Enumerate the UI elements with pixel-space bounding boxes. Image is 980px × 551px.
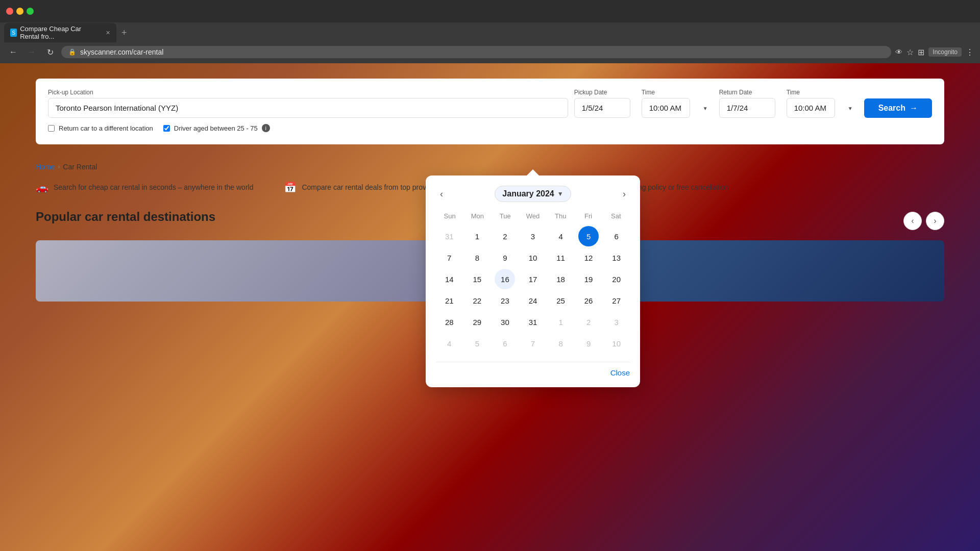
calendar-cell-1-0[interactable]: 7	[439, 247, 459, 268]
calendar-cell-2-2[interactable]: 16	[495, 269, 515, 289]
calendar-grid: 3112345678910111213141516171819202122232…	[436, 226, 630, 354]
calendar-cell-2-1[interactable]: 15	[467, 269, 487, 289]
day-header-wed: Wed	[519, 210, 547, 222]
breadcrumb-separator: ›	[58, 163, 60, 170]
calendar-cell-4-5: 2	[578, 312, 599, 332]
return-different-text: Return car to a different location	[59, 124, 153, 132]
search-arrow-icon: →	[910, 104, 918, 113]
return-different-label[interactable]: Return car to a different location	[48, 124, 153, 132]
calendar-cell-0-3[interactable]: 3	[523, 226, 543, 246]
calendar-cell-3-1[interactable]: 22	[467, 290, 487, 311]
url-text: skyscanner.com/car-rental	[80, 48, 163, 56]
day-header-tue: Tue	[492, 210, 519, 222]
driver-age-checkbox[interactable]	[163, 125, 170, 132]
pickup-date-label: Pickup Date	[574, 89, 635, 96]
calendar-cell-2-4[interactable]: 18	[551, 269, 571, 289]
return-different-checkbox[interactable]	[48, 125, 55, 132]
calendar-cell-3-3[interactable]: 24	[523, 290, 543, 311]
address-bar[interactable]: 🔒 skyscanner.com/car-rental	[61, 46, 891, 58]
driver-age-label[interactable]: Driver aged between 25 - 75 i	[163, 124, 270, 132]
minimize-window-button[interactable]	[16, 8, 23, 15]
search-form: Pick-up Location Pickup Date Time 10:00 …	[36, 79, 944, 144]
tab-bar: S Compare Cheap Car Rental fro... ✕ +	[0, 22, 980, 41]
calendar-cell-1-1[interactable]: 8	[467, 247, 487, 268]
calendar-cell-4-4: 1	[551, 312, 571, 332]
destination-card-1[interactable]	[36, 240, 486, 302]
calendar-cell-2-0[interactable]: 14	[439, 269, 459, 289]
calendar-cell-2-3[interactable]: 17	[523, 269, 543, 289]
maximize-window-button[interactable]	[27, 8, 34, 15]
calendar-overlay: ‹ January 2024 ▼ › Sun Mon Tue Wed Thu F…	[426, 176, 640, 387]
calendar-cell-1-5[interactable]: 12	[578, 247, 599, 268]
bookmark-icon[interactable]: ☆	[906, 47, 914, 57]
calendar-cell-4-2[interactable]: 30	[495, 312, 515, 332]
day-header-mon: Mon	[463, 210, 491, 222]
pickup-location-input[interactable]	[48, 98, 568, 118]
calendar-cell-5-4: 8	[551, 333, 571, 354]
destinations-next-button[interactable]: ›	[926, 212, 944, 230]
active-tab[interactable]: S Compare Cheap Car Rental fro... ✕	[4, 23, 116, 42]
new-tab-button[interactable]: +	[118, 28, 130, 38]
calendar-cell-0-2[interactable]: 2	[495, 226, 515, 246]
return-date-group: Return Date	[719, 89, 780, 118]
close-window-button[interactable]	[6, 8, 13, 15]
return-time-group: Time 10:00 AM 11:00 AM	[787, 89, 858, 118]
calendar-triangle	[527, 169, 539, 176]
search-form-container: Pick-up Location Pickup Date Time 10:00 …	[0, 63, 980, 155]
menu-icon[interactable]: ⋮	[966, 47, 974, 57]
destinations-nav: ‹ ›	[903, 212, 944, 230]
calendar-cell-4-0[interactable]: 28	[439, 312, 459, 332]
calendar-cell-5-1: 5	[467, 333, 487, 354]
calendar-next-button[interactable]: ›	[619, 187, 630, 202]
calendar-cell-1-4[interactable]: 11	[551, 247, 571, 268]
day-header-sat: Sat	[602, 210, 630, 222]
pickup-date-input[interactable]	[574, 98, 630, 118]
hide-icon[interactable]: 👁	[895, 48, 902, 56]
calendar-cell-0-1[interactable]: 1	[467, 226, 487, 246]
calendar-cell-1-2[interactable]: 9	[495, 247, 515, 268]
driver-age-info-icon[interactable]: i	[262, 124, 270, 132]
calendar-cell-0-0: 31	[439, 226, 459, 246]
month-selector[interactable]: January 2024 ▼	[495, 186, 571, 202]
calendar-cell-5-3: 7	[523, 333, 543, 354]
calendar-cell-2-6[interactable]: 20	[606, 269, 627, 289]
calendar-cell-4-3[interactable]: 31	[523, 312, 543, 332]
window-controls	[6, 8, 34, 15]
return-date-input[interactable]	[719, 98, 775, 118]
calendar-cell-3-0[interactable]: 21	[439, 290, 459, 311]
calendar-cell-1-6[interactable]: 13	[606, 247, 627, 268]
calendar-cell-5-6: 10	[606, 333, 627, 354]
calendar-footer: Close	[436, 362, 630, 377]
form-main-row: Pick-up Location Pickup Date Time 10:00 …	[48, 89, 932, 118]
calendar-cell-0-5[interactable]: 5	[578, 226, 599, 246]
calendar-cell-1-3[interactable]: 10	[523, 247, 543, 268]
return-date-label: Return Date	[719, 89, 780, 96]
calendar-cell-0-4[interactable]: 4	[551, 226, 571, 246]
pickup-time-select[interactable]: 10:00 AM 11:00 AM 12:00 PM	[642, 98, 690, 118]
calendar-close-button[interactable]: Close	[610, 368, 630, 377]
day-header-sun: Sun	[436, 210, 463, 222]
calendar-cell-3-6[interactable]: 27	[606, 290, 627, 311]
search-button[interactable]: Search →	[864, 98, 932, 118]
reload-button[interactable]: ↻	[43, 45, 57, 59]
tab-close-button[interactable]: ✕	[106, 30, 110, 36]
feature-search-text: Search for cheap car rental in seconds –…	[54, 183, 253, 191]
calendar-cell-4-1[interactable]: 29	[467, 312, 487, 332]
pickup-time-select-wrapper: 10:00 AM 11:00 AM 12:00 PM	[642, 98, 713, 118]
calendar-cell-3-2[interactable]: 23	[495, 290, 515, 311]
forward-button[interactable]: →	[24, 45, 39, 59]
calendar-cell-3-4[interactable]: 25	[551, 290, 571, 311]
tab-favicon: S	[10, 29, 17, 37]
calendar-cell-3-5[interactable]: 26	[578, 290, 599, 311]
calendar-prev-button[interactable]: ‹	[436, 187, 447, 202]
destinations-prev-button[interactable]: ‹	[903, 212, 922, 230]
day-header-fri: Fri	[574, 210, 602, 222]
page-background: Pick-up Location Pickup Date Time 10:00 …	[0, 63, 980, 551]
extension-icon[interactable]: ⊞	[918, 47, 924, 57]
pickup-time-label: Time	[642, 89, 713, 96]
calendar-cell-2-5[interactable]: 19	[578, 269, 599, 289]
back-button[interactable]: ←	[6, 45, 20, 59]
calendar-cell-0-6[interactable]: 6	[606, 226, 627, 246]
breadcrumb-home[interactable]: Home	[36, 163, 55, 171]
return-time-select[interactable]: 10:00 AM 11:00 AM	[787, 98, 835, 118]
